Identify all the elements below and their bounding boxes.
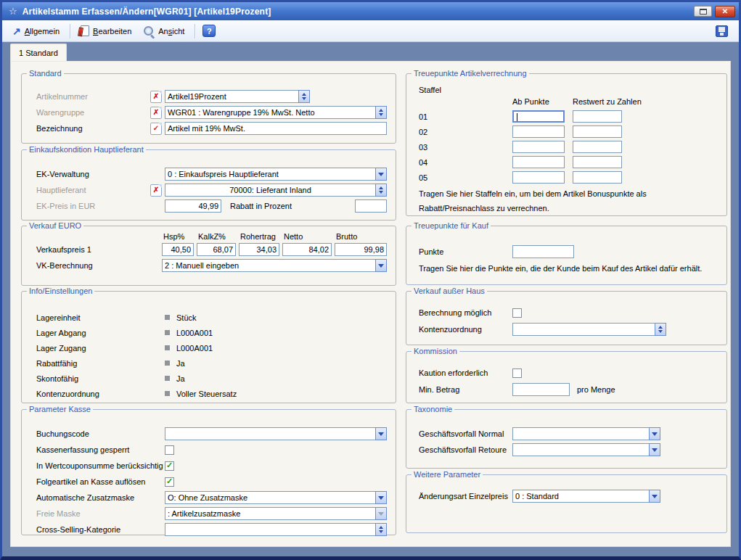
- bullet-icon: [165, 315, 170, 320]
- bullet-icon: [165, 376, 170, 381]
- group-standard: Standard Artikelnummer ✗ Artikel19Prozen…: [21, 73, 396, 144]
- help-button[interactable]: ?: [202, 25, 216, 37]
- menu-ansicht[interactable]: Ansicht: [139, 24, 187, 38]
- rabatt-input[interactable]: [355, 199, 387, 213]
- field-wertcouponsumme: In Wertcouponsumme berücksichtig ✓: [36, 459, 387, 472]
- restwert-input[interactable]: [573, 171, 622, 184]
- berechnung-checkbox[interactable]: [512, 308, 522, 318]
- spinner[interactable]: [298, 90, 310, 103]
- hauptlieferant-input[interactable]: 70000: Lieferant Inland: [165, 184, 387, 197]
- group-title: Standard: [27, 69, 64, 78]
- staffel-row-05: 05: [419, 171, 718, 184]
- field-label: Min. Betrag: [419, 385, 512, 394]
- toolbar-separator: [195, 24, 195, 38]
- ab-punkte-input[interactable]: [512, 110, 565, 123]
- hsp-input[interactable]: 40,50: [162, 243, 194, 256]
- geschaeftsvorfall-retoure-dropdown[interactable]: [512, 443, 660, 456]
- field-vk-berechnung: VK-Berechnung 2 : Manuell eingeben: [36, 259, 387, 272]
- dropdown-button[interactable]: [375, 168, 387, 181]
- info-value: L000A001: [176, 329, 213, 337]
- punkte-input[interactable]: [512, 245, 574, 258]
- aenderungsart-dropdown[interactable]: 0 : Standard: [512, 490, 660, 503]
- geschaeftsvorfall-normal-dropdown[interactable]: [512, 427, 660, 440]
- info-label: Lager Abgang: [36, 329, 165, 337]
- field-buchungscode: Buchungscode: [36, 427, 387, 440]
- bezeichnung-input[interactable]: Artikel mit 19% MwSt.: [165, 122, 387, 135]
- staffel-column-headers: Ab Punkte Restwert zu Zahlen: [419, 97, 718, 107]
- dropdown-button[interactable]: [375, 427, 387, 440]
- dropdown-button: [375, 507, 387, 520]
- field-geschaeftsvorfall-normal: Geschäftsvorfall Normal: [419, 427, 718, 440]
- restore-button[interactable]: [694, 6, 712, 17]
- min-betrag-input[interactable]: [512, 383, 570, 396]
- spinner[interactable]: [655, 323, 666, 336]
- rohertrag-input[interactable]: 34,03: [239, 243, 279, 256]
- dropdown-value: : Artikelzusatzmaske: [165, 508, 375, 519]
- arrow-down-icon: [378, 173, 384, 176]
- info-label: Skontofähig: [36, 374, 165, 383]
- menu-bearbeiten[interactable]: Bearbeiten: [78, 24, 134, 38]
- magnifier-icon: [142, 25, 155, 37]
- restwert-input[interactable]: [573, 141, 622, 153]
- vk-berechnung-dropdown[interactable]: 2 : Manuell eingeben: [162, 259, 387, 272]
- spinner[interactable]: [375, 106, 387, 119]
- brutto-input[interactable]: 99,98: [335, 243, 387, 256]
- staffel-row-02: 02: [419, 125, 718, 138]
- dropdown-button[interactable]: [649, 490, 660, 503]
- field-berechnung-moeglich: Berechnung möglich: [419, 307, 718, 318]
- buchungscode-dropdown[interactable]: [165, 427, 387, 440]
- group-title: Info/Einstellungen: [27, 287, 94, 296]
- field-label: Freie Maske: [36, 509, 165, 518]
- staffel-row-label: 02: [419, 128, 512, 136]
- wertcoupon-checkbox[interactable]: ✓: [165, 461, 174, 471]
- field-label: EK-Preis in EUR: [36, 202, 165, 210]
- dropdown-button[interactable]: [649, 427, 660, 440]
- info-row: Lager Zugang L000A001: [36, 340, 387, 355]
- staffel-label: Staffel: [419, 86, 441, 94]
- kassenerfassung-checkbox[interactable]: [165, 445, 174, 455]
- restwert-input[interactable]: [573, 156, 622, 168]
- field-folgeartikel: Folgeartikel an Kasse auflösen ✓: [36, 475, 387, 488]
- ab-punkte-input[interactable]: [512, 156, 565, 168]
- field-label: Punkte: [419, 247, 512, 256]
- ek-preis-input[interactable]: 49,99: [165, 199, 221, 213]
- netto-input[interactable]: 84,02: [282, 243, 332, 256]
- restwert-input[interactable]: [573, 110, 622, 123]
- field-automatische-zusatzmaske: Automatische Zusatzmaske O: Ohne Zusatzm…: [36, 491, 387, 504]
- zusatzmaske-dropdown[interactable]: O: Ohne Zusatzmaske: [165, 491, 387, 504]
- cross-selling-input[interactable]: [165, 523, 387, 536]
- kalkz-input[interactable]: 68,07: [197, 243, 236, 256]
- folgeartikel-checkbox[interactable]: ✓: [165, 477, 174, 487]
- field-kaution: Kaution erforderlich: [419, 367, 718, 379]
- info-row: Skontofähig Ja: [36, 371, 387, 386]
- restwert-input[interactable]: [573, 125, 622, 138]
- warengruppe-input[interactable]: WGR01 : Warengruppe 19% MwSt. Netto: [165, 106, 387, 119]
- arrow-ne-icon: ↗: [12, 26, 21, 36]
- save-button[interactable]: [716, 25, 728, 37]
- spinner[interactable]: [375, 523, 387, 536]
- kaution-checkbox[interactable]: [512, 368, 522, 378]
- field-label: Buchungscode: [36, 429, 165, 438]
- artikelnummer-input[interactable]: Artikel19Prozent: [165, 90, 310, 103]
- tab-standard[interactable]: 1 Standard: [10, 44, 67, 61]
- group-title: Kommission: [412, 347, 459, 356]
- group-title: Treuepunkte für Kauf: [412, 221, 491, 231]
- dropdown-button[interactable]: [375, 259, 387, 272]
- spinner[interactable]: [375, 184, 387, 197]
- ab-punkte-input[interactable]: [512, 141, 565, 153]
- dropdown-button[interactable]: [649, 443, 660, 456]
- menu-allgemein[interactable]: ↗ Allgemein: [9, 25, 62, 38]
- ab-punkte-input[interactable]: [512, 171, 565, 184]
- group-info-einstellungen: Info/Einstellungen Lagereinheit Stück La…: [21, 291, 396, 403]
- group-parameter-kasse: Parameter Kasse Buchungscode Kassenerfas…: [21, 409, 396, 535]
- menu-bar: ↗ Allgemein Bearbeiten Ansicht ?: [2, 20, 739, 42]
- ab-punkte-input[interactable]: [512, 125, 565, 138]
- staffel-row-label: 05: [419, 173, 512, 182]
- group-title: Verkauf außer Haus: [412, 287, 487, 296]
- kontenzuordnung-input[interactable]: [512, 323, 666, 336]
- close-button[interactable]: ✕: [715, 6, 735, 17]
- field-label: Cross-Selling-Kategorie: [36, 525, 165, 534]
- dropdown-button[interactable]: [375, 491, 387, 504]
- ek-verwaltung-dropdown[interactable]: 0 : Einkaufspreis Hauptlieferant: [165, 168, 387, 181]
- bullet-icon: [165, 361, 170, 366]
